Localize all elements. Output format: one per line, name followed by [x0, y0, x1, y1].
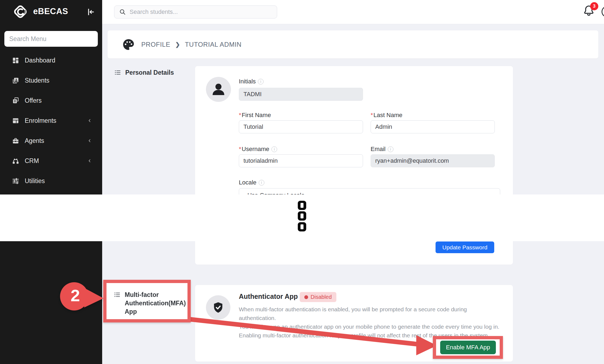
mfa-section-label: Multi-factor Authentication(MFA) App: [114, 291, 189, 316]
menu-search-input[interactable]: [4, 31, 98, 47]
email-field: [371, 154, 495, 167]
info-icon: i: [388, 146, 393, 152]
annotation-step-number: 2: [64, 286, 86, 305]
sidebar-item-label: Students: [25, 77, 49, 84]
sidebar-item-agents[interactable]: Agents: [0, 131, 102, 151]
crm-icon: [12, 157, 19, 165]
last-name-label: * Last Name: [371, 112, 402, 119]
enrolments-icon: [12, 117, 19, 124]
breadcrumb-section[interactable]: PROFILE: [141, 41, 170, 48]
sidebar-collapse-icon[interactable]: [85, 7, 95, 17]
personal-details-card: Initials i * First Name * Last Name * Us…: [195, 66, 513, 194]
last-name-field[interactable]: [371, 120, 495, 133]
dashboard-icon: [12, 57, 19, 64]
student-search-input[interactable]: [130, 8, 271, 15]
sidebar-item-enrolments[interactable]: Enrolments: [0, 111, 102, 131]
topbar: 3 ? Tutorial Admin: [102, 0, 604, 24]
sidebar-item-label: CRM: [25, 157, 39, 165]
students-icon: [12, 77, 19, 84]
status-badge: Disabled: [300, 292, 336, 302]
required-marker: *: [239, 112, 241, 119]
mfa-card-title: Authenticator App: [239, 293, 298, 300]
enable-mfa-button[interactable]: Enable MFA App: [440, 341, 496, 354]
breadcrumb: PROFILE ❯ TUTORIAL ADMIN: [108, 30, 598, 58]
sidebar-item-offers[interactable]: Offers: [0, 90, 102, 111]
status-text: Disabled: [311, 294, 332, 300]
required-marker: *: [371, 112, 373, 119]
truncation-glyph: [298, 211, 306, 221]
username-label: * Username i: [239, 146, 277, 153]
mfa-description-line: You need to use an authenticator app on …: [239, 322, 505, 331]
info-icon: i: [258, 79, 264, 84]
info-icon: i: [259, 180, 264, 186]
sidebar-item-students[interactable]: Students: [0, 70, 102, 90]
sidebar: eBECAS Dashboard: [0, 0, 102, 194]
initials-field: [239, 88, 363, 101]
sidebar-item-label: Offers: [25, 97, 42, 104]
chevron-left-icon: [87, 138, 92, 143]
first-name-field[interactable]: [239, 120, 363, 133]
locale-select[interactable]: --Use Company Locale-- ▴▾: [239, 188, 500, 194]
shield-check-icon: [212, 301, 224, 314]
help-button[interactable]: ?: [602, 6, 604, 17]
profile-avatar: [206, 77, 231, 102]
first-name-label: * First Name: [239, 112, 271, 119]
initials-label: Initials i: [239, 78, 264, 85]
personal-details-section-label: Personal Details: [114, 68, 174, 77]
mfa-description: When multi-factor authentication is enab…: [239, 305, 505, 340]
sidebar-logo-row: eBECAS: [0, 0, 102, 24]
sidebar-item-utilities[interactable]: Utilities: [0, 171, 102, 191]
sidebar-item-label: Dashboard: [25, 57, 55, 64]
app-window: eBECAS Dashboard: [0, 0, 604, 364]
truncation-glyph: [298, 222, 306, 231]
app-title: eBECAS: [33, 7, 68, 16]
list-icon: [114, 291, 121, 298]
notification-count-badge: 3: [590, 2, 598, 10]
search-icon: [119, 8, 126, 16]
list-icon: [114, 69, 121, 76]
ebecas-logo-icon: [12, 3, 29, 20]
locale-value: --Use Company Locale--: [243, 192, 309, 194]
annotation-box-mfa-label: Multi-factor Authentication(MFA) App: [103, 280, 191, 322]
chevron-left-icon: [87, 118, 92, 123]
shield-avatar: [206, 295, 230, 320]
sidebar-item-crm[interactable]: CRM: [0, 151, 102, 171]
username-field[interactable]: [239, 154, 363, 167]
locale-label: Locale i: [239, 179, 264, 186]
screenshot-stitch-band: [0, 194, 604, 241]
sidebar-item-label: Agents: [25, 137, 44, 145]
status-dot-icon: [304, 295, 308, 299]
offers-icon: [12, 97, 19, 104]
content-area-top: PROFILE ❯ TUTORIAL ADMIN Personal Detail…: [102, 24, 604, 194]
password-card-bottom: Update Password: [195, 241, 513, 265]
section-title: Personal Details: [125, 68, 174, 77]
update-password-button[interactable]: Update Password: [436, 241, 494, 253]
chevron-left-icon: [87, 158, 92, 164]
palette-icon: [122, 38, 135, 51]
section-title: Multi-factor Authentication(MFA) App: [125, 291, 189, 316]
sidebar-item-label: Enrolments: [25, 117, 56, 124]
sidebar-item-dashboard[interactable]: Dashboard: [0, 50, 102, 70]
info-icon: i: [271, 146, 277, 152]
sidebar-item-label: Utilities: [25, 177, 45, 185]
truncation-glyph: [298, 201, 306, 210]
notifications-button[interactable]: 3: [583, 4, 597, 18]
student-search: [114, 5, 277, 18]
breadcrumb-separator-icon: ❯: [175, 41, 180, 48]
email-label: Email i: [371, 146, 393, 153]
breadcrumb-page: TUTORIAL ADMIN: [185, 41, 242, 48]
required-marker: *: [239, 146, 241, 153]
mfa-description-line: When multi-factor authentication is enab…: [239, 305, 505, 322]
agents-icon: [12, 137, 19, 145]
utilities-icon: [12, 177, 19, 185]
